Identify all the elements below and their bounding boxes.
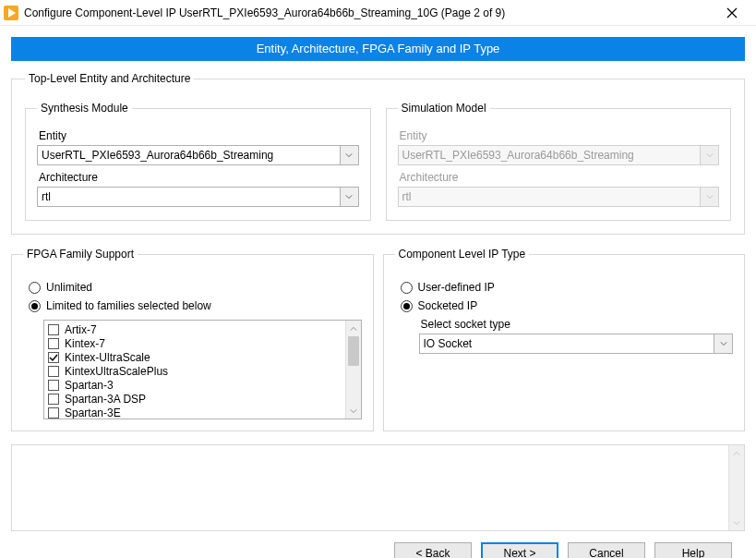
list-item[interactable]: Artix-7 <box>48 322 345 336</box>
chevron-down-icon <box>700 188 718 206</box>
synth-entity-value[interactable] <box>38 146 340 164</box>
synth-arch-label: Architecture <box>39 171 359 184</box>
scroll-track[interactable] <box>729 461 744 515</box>
list-item-label: Kintex-UltraScale <box>65 351 150 364</box>
sim-arch-dropdown <box>398 187 720 207</box>
radio-icon <box>401 282 413 294</box>
checkbox-icon[interactable] <box>48 324 59 335</box>
radio-icon <box>29 282 41 294</box>
chevron-down-icon <box>700 146 718 164</box>
scroll-up-icon[interactable] <box>729 445 744 461</box>
family-listbox[interactable]: Artix-7Kintex-7Kintex-UltraScaleKintexUl… <box>43 320 362 419</box>
titlebar: Configure Component-Level IP UserRTL_PXI… <box>0 0 756 26</box>
top-entity-group: Top-Level Entity and Architecture Synthe… <box>11 72 745 235</box>
top-entity-legend: Top-Level Entity and Architecture <box>25 72 194 85</box>
scrollbar[interactable] <box>345 321 361 418</box>
synth-entity-dropdown[interactable] <box>37 145 359 165</box>
radio-user-defined[interactable]: User-defined IP <box>401 281 734 294</box>
list-item-label: Kintex-7 <box>65 337 105 350</box>
list-item[interactable]: Spartan-3 <box>48 378 345 392</box>
message-area <box>11 444 745 531</box>
checkbox-icon[interactable] <box>48 352 59 363</box>
checkbox-icon[interactable] <box>48 366 59 377</box>
radio-unlimited[interactable]: Unlimited <box>29 281 362 294</box>
chevron-down-icon[interactable] <box>340 146 358 164</box>
radio-unlimited-label: Unlimited <box>46 281 92 294</box>
radio-socketed-label: Socketed IP <box>418 299 478 312</box>
help-button[interactable]: Help <box>654 542 732 558</box>
window-title: Configure Component-Level IP UserRTL_PXI… <box>24 6 714 19</box>
scroll-track[interactable] <box>346 336 361 403</box>
simulation-model-legend: Simulation Model <box>398 102 490 115</box>
app-icon <box>4 6 18 20</box>
synthesis-module-legend: Synthesis Module <box>37 102 132 115</box>
list-item-label: Spartan-3E <box>65 406 121 419</box>
sim-arch-value <box>399 188 701 206</box>
list-item[interactable]: Kintex-7 <box>48 336 345 350</box>
socket-type-label: Select socket type <box>421 318 734 331</box>
list-item[interactable]: Spartan-3A DSP <box>48 392 345 406</box>
sim-entity-label: Entity <box>400 129 720 142</box>
fpga-family-group: FPGA Family Support Unlimited Limited to… <box>11 248 374 431</box>
sim-arch-label: Architecture <box>400 171 720 184</box>
sim-entity-value <box>399 146 701 164</box>
clip-type-group: Component Level IP Type User-defined IP … <box>383 248 746 431</box>
clip-type-legend: Component Level IP Type <box>395 248 530 261</box>
list-item-label: KintexUltraScalePlus <box>65 365 168 378</box>
wizard-banner: Entity, Architecture, FPGA Family and IP… <box>11 37 745 61</box>
back-button[interactable]: < Back <box>394 542 472 558</box>
checkbox-icon[interactable] <box>48 338 59 349</box>
radio-user-defined-label: User-defined IP <box>418 281 495 294</box>
chevron-down-icon[interactable] <box>340 188 358 206</box>
scroll-down-icon[interactable] <box>729 515 744 530</box>
list-item[interactable]: Spartan-3E <box>48 406 345 418</box>
scroll-up-icon[interactable] <box>346 321 361 336</box>
radio-icon <box>29 300 41 312</box>
chevron-down-icon[interactable] <box>714 334 732 353</box>
list-item-label: Spartan-3A DSP <box>65 393 146 406</box>
synth-entity-label: Entity <box>39 129 359 142</box>
wizard-footer: < Back Next > Cancel Help <box>11 531 745 558</box>
checkbox-icon[interactable] <box>48 407 59 418</box>
socket-type-value[interactable] <box>420 334 714 353</box>
scroll-down-icon[interactable] <box>346 403 361 418</box>
radio-limited-label: Limited to families selected below <box>46 299 211 312</box>
simulation-model-group: Simulation Model Entity Architecture <box>386 102 732 221</box>
sim-entity-dropdown <box>398 145 720 165</box>
synth-arch-dropdown[interactable] <box>37 187 359 207</box>
synth-arch-value[interactable] <box>38 188 340 206</box>
list-item[interactable]: KintexUltraScalePlus <box>48 364 345 378</box>
fpga-family-legend: FPGA Family Support <box>23 248 138 261</box>
checkbox-icon[interactable] <box>48 394 59 405</box>
list-item[interactable]: Kintex-UltraScale <box>48 350 345 364</box>
socket-type-dropdown[interactable] <box>419 334 734 354</box>
list-item-label: Artix-7 <box>65 323 97 336</box>
cancel-button[interactable]: Cancel <box>568 542 645 558</box>
radio-icon <box>401 300 413 312</box>
list-item-label: Spartan-3 <box>65 379 114 392</box>
radio-socketed[interactable]: Socketed IP <box>401 299 734 312</box>
close-button[interactable] <box>714 2 750 24</box>
radio-limited[interactable]: Limited to families selected below <box>29 299 362 312</box>
scrollbar[interactable] <box>728 445 744 530</box>
synthesis-module-group: Synthesis Module Entity Architecture <box>25 102 371 221</box>
next-button[interactable]: Next > <box>481 542 558 558</box>
checkbox-icon[interactable] <box>48 380 59 391</box>
scroll-thumb[interactable] <box>348 336 359 366</box>
